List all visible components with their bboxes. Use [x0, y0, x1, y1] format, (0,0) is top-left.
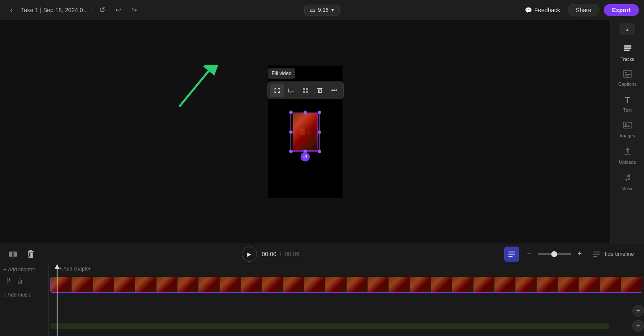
play-icon: ▶	[247, 251, 251, 257]
project-title: Take 1 | Sep 18, 2024 0...	[21, 7, 88, 13]
add-video-track-button[interactable]: +	[632, 305, 644, 317]
hide-timeline-button[interactable]: Hide timeline	[590, 249, 637, 259]
handle-tm[interactable]	[304, 111, 307, 114]
svg-rect-10	[625, 72, 627, 73]
track-side: + Add chapter ⧚ 🗑 ♪ Add music	[0, 264, 49, 336]
svg-rect-3	[306, 88, 308, 90]
video-track-strip[interactable]	[50, 277, 642, 293]
add-music-track-button[interactable]: +	[632, 320, 644, 332]
align-button[interactable]	[504, 247, 519, 262]
handle-ml[interactable]	[289, 130, 293, 134]
uploads-label: Uploads	[619, 160, 636, 165]
float-tooltip: Fill video	[268, 68, 295, 79]
topbar-left: ‹ Take 1 | Sep 18, 2024 0... | ↺ ↩ ↪	[5, 4, 301, 16]
add-music-side[interactable]: ♪ Add music	[2, 290, 47, 299]
sidebar-item-text[interactable]: T Text	[614, 92, 641, 116]
topbar-center: ▭ 9:16 ▾	[304, 5, 339, 16]
canvas-area: Fill video	[0, 20, 610, 244]
svg-rect-21	[508, 256, 513, 257]
zoom-slider[interactable]	[538, 253, 571, 255]
add-chapter-side[interactable]: + Add chapter	[2, 266, 47, 273]
expand-button[interactable]	[270, 84, 284, 97]
svg-rect-19	[508, 252, 515, 252]
images-label: Images	[620, 133, 635, 138]
arrow-overlay	[171, 65, 221, 117]
handle-tl[interactable]	[289, 111, 293, 114]
text-icon: T	[625, 95, 630, 106]
zoom-out-button[interactable]: −	[524, 249, 534, 259]
hide-timeline-label: Hide timeline	[602, 251, 634, 257]
handle-mr[interactable]	[318, 130, 321, 134]
play-button[interactable]: ▶	[242, 247, 257, 262]
svg-rect-8	[624, 50, 630, 51]
svg-rect-15	[624, 154, 631, 155]
grid-button[interactable]	[299, 84, 312, 97]
add-chapter-track[interactable]: + Add chapter	[59, 266, 91, 272]
sidebar-collapse-button[interactable]: ▲	[620, 24, 635, 35]
uploads-icon	[623, 147, 632, 158]
captions-icon	[623, 70, 632, 80]
sidebar-item-tracks[interactable]: Tracks	[614, 40, 641, 65]
sidebar-item-captions[interactable]: Captions	[614, 67, 641, 90]
svg-rect-2	[303, 88, 305, 90]
text-label: Text	[623, 108, 631, 113]
export-button[interactable]: Export	[604, 4, 639, 16]
music-track-strip	[50, 323, 609, 329]
rotate-handle[interactable]: ↺	[301, 152, 310, 162]
feedback-button[interactable]: 💬 Feedback	[521, 5, 563, 15]
svg-rect-20	[508, 254, 515, 255]
feedback-label: Feedback	[534, 7, 560, 13]
handle-bl[interactable]	[289, 150, 293, 153]
topbar: ‹ Take 1 | Sep 18, 2024 0... | ↺ ↩ ↪ ▭ 9…	[0, 0, 644, 20]
tracks-icon	[623, 44, 632, 55]
delete-clip-button[interactable]	[24, 248, 37, 260]
ratio-icon: ▭	[310, 7, 315, 13]
svg-rect-12	[625, 76, 629, 76]
right-sidebar: ▲ Tracks Captions	[610, 20, 644, 244]
images-icon	[623, 121, 632, 131]
ratio-chevron-icon: ▾	[331, 7, 334, 13]
auto-save-icon[interactable]: ↺	[96, 4, 109, 16]
handle-tr[interactable]	[318, 111, 321, 114]
track-split-btn[interactable]: ⧚	[3, 276, 13, 286]
music-icon	[623, 173, 632, 184]
title-separator: |	[91, 7, 93, 13]
svg-rect-23	[593, 254, 600, 255]
ratio-selector[interactable]: ▭ 9:16 ▾	[304, 5, 339, 16]
more-button[interactable]: •••	[327, 84, 341, 97]
handle-br[interactable]	[318, 150, 321, 153]
time-separator: /	[280, 251, 281, 257]
svg-point-14	[625, 123, 627, 125]
sidebar-item-uploads[interactable]: Uploads	[614, 143, 641, 168]
feedback-icon: 💬	[525, 7, 532, 13]
main-area: Fill video	[0, 20, 644, 244]
sidebar-item-images[interactable]: Images	[614, 118, 641, 142]
svg-rect-7	[624, 47, 631, 49]
selection-overlay: ↺	[291, 112, 320, 152]
back-button[interactable]: ‹	[5, 4, 18, 16]
share-button[interactable]: Share	[568, 4, 599, 16]
zoom-in-button[interactable]: +	[575, 249, 585, 259]
sidebar-item-music[interactable]: Music	[614, 170, 641, 194]
svg-rect-24	[593, 256, 597, 257]
total-time: 00:06	[285, 251, 299, 257]
zoom-controls: − +	[524, 249, 585, 259]
track-delete-btn[interactable]: 🗑	[15, 276, 25, 286]
music-bar	[50, 323, 609, 329]
timeline-controls: ▶ 00:00 / 00:06 − +	[0, 244, 644, 264]
delete-button[interactable]	[313, 84, 327, 97]
tracks-main: + Add chapter	[49, 264, 644, 336]
undo-button[interactable]: ↩	[112, 4, 125, 16]
track-side-actions: ⧚ 🗑	[2, 274, 47, 288]
float-toolbar: Fill video	[267, 81, 344, 99]
timeline-area: ▶ 00:00 / 00:06 − +	[0, 244, 644, 336]
svg-line-1	[179, 71, 209, 107]
crop-button[interactable]	[285, 84, 298, 97]
zoom-thumb[interactable]	[551, 251, 557, 257]
timeline-tracks: + Add chapter ⧚ 🗑 ♪ Add music + Add c	[0, 264, 644, 336]
music-label: Music	[621, 186, 634, 191]
split-button[interactable]	[7, 248, 19, 260]
svg-rect-6	[624, 45, 631, 47]
time-display: 00:00 / 00:06	[262, 251, 300, 257]
redo-button[interactable]: ↪	[128, 4, 141, 16]
